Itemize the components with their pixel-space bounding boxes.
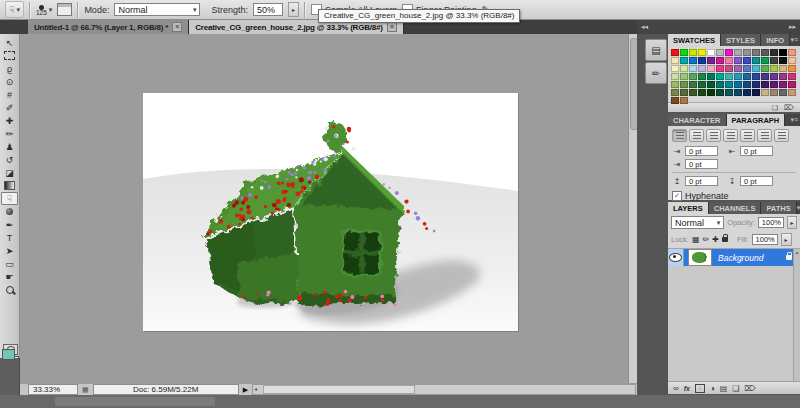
pen-tool[interactable]: ✒: [1, 218, 18, 231]
color-swatch[interactable]: [689, 73, 697, 80]
color-swatch[interactable]: [752, 57, 760, 64]
color-swatch[interactable]: [788, 89, 796, 96]
color-swatch[interactable]: [725, 49, 733, 56]
color-swatch[interactable]: [788, 65, 796, 72]
scrollbar-thumb[interactable]: [263, 385, 415, 394]
color-swatch[interactable]: [689, 49, 697, 56]
layer-style-icon[interactable]: fx: [684, 385, 690, 392]
tab-paragraph[interactable]: PARAGRAPH: [727, 114, 786, 126]
color-swatch[interactable]: [707, 89, 715, 96]
color-swatch[interactable]: [770, 73, 778, 80]
strength-slider-button[interactable]: ▸: [288, 2, 299, 17]
color-swatch[interactable]: [788, 49, 796, 56]
lock-position-icon[interactable]: ✚: [712, 235, 719, 244]
color-swatch[interactable]: [716, 73, 724, 80]
smudge-tool-preset-button[interactable]: ☟ ▾: [5, 1, 24, 18]
color-swatch[interactable]: [680, 49, 688, 56]
color-swatch[interactable]: [752, 81, 760, 88]
color-swatch[interactable]: [761, 65, 769, 72]
color-swatch[interactable]: [671, 49, 679, 56]
lock-all-icon[interactable]: [722, 237, 728, 242]
new-layer-icon[interactable]: ❏: [732, 384, 739, 393]
color-swatch[interactable]: [788, 57, 796, 64]
color-swatch[interactable]: [779, 73, 787, 80]
color-swatch[interactable]: [698, 89, 706, 96]
panel-menu-icon[interactable]: ▾≡: [790, 34, 800, 46]
color-swatch[interactable]: [779, 57, 787, 64]
history-brush-tool[interactable]: ↺: [1, 153, 18, 166]
lock-pixels-icon[interactable]: ✏: [703, 235, 710, 244]
layer-thumbnail[interactable]: [688, 249, 712, 266]
color-swatch[interactable]: [680, 97, 688, 104]
indent-right-field[interactable]: 0 pt: [740, 146, 773, 156]
quick-selection-tool[interactable]: ⊙: [1, 75, 18, 88]
color-swatch[interactable]: [716, 81, 724, 88]
lasso-tool[interactable]: ϱ: [1, 62, 18, 75]
foreground-color-swatch[interactable]: [2, 349, 15, 360]
justify-last-right-button[interactable]: [757, 129, 772, 142]
tab-swatches[interactable]: SWATCHES: [668, 34, 721, 46]
color-swatch[interactable]: [770, 89, 778, 96]
color-swatch[interactable]: [761, 89, 769, 96]
color-swatch[interactable]: [680, 81, 688, 88]
color-swatch[interactable]: [752, 65, 760, 72]
new-swatch-icon[interactable]: ❏: [772, 104, 778, 112]
align-left-button[interactable]: [672, 129, 687, 142]
status-menu-arrow-icon[interactable]: ▶: [243, 386, 248, 394]
zoom-tool[interactable]: [1, 283, 18, 296]
tab-character[interactable]: CHARACTER: [668, 114, 727, 126]
color-swatch[interactable]: [770, 81, 778, 88]
shape-tool[interactable]: ▭: [1, 257, 18, 270]
color-swatch[interactable]: [707, 57, 715, 64]
justify-last-center-button[interactable]: [740, 129, 755, 142]
document-image[interactable]: [143, 93, 518, 331]
color-swatch[interactable]: [725, 57, 733, 64]
first-line-indent-field[interactable]: 0 pt: [685, 159, 718, 169]
space-after-field[interactable]: 0 pt: [740, 176, 773, 186]
color-swatch[interactable]: [680, 73, 688, 80]
color-swatch[interactable]: [770, 57, 778, 64]
color-swatch[interactable]: [707, 81, 715, 88]
color-swatch[interactable]: [779, 81, 787, 88]
document-tab-untitled[interactable]: Untitled-1 @ 66.7% (Layer 1, RGB/8) * ×: [28, 20, 189, 34]
tab-layers[interactable]: LAYERS: [668, 202, 709, 214]
strength-input[interactable]: 50%: [253, 3, 283, 16]
color-swatch[interactable]: [680, 89, 688, 96]
color-swatch[interactable]: [725, 81, 733, 88]
fill-slider-button[interactable]: ▸: [781, 233, 792, 246]
color-swatch[interactable]: [734, 81, 742, 88]
color-swatch[interactable]: [734, 57, 742, 64]
color-swatch[interactable]: [707, 65, 715, 72]
color-swatch[interactable]: [707, 49, 715, 56]
color-swatch[interactable]: [716, 57, 724, 64]
blend-mode-select[interactable]: Normal ▾: [671, 216, 724, 229]
collapsed-brushes-panel-icon[interactable]: ✏: [645, 62, 667, 84]
color-swatch[interactable]: [689, 57, 697, 64]
align-right-button[interactable]: [706, 129, 721, 142]
color-swatch[interactable]: [734, 73, 742, 80]
layer-row-background[interactable]: Background: [668, 249, 800, 266]
color-swatch[interactable]: [671, 65, 679, 72]
color-swatch[interactable]: [743, 65, 751, 72]
move-tool[interactable]: ↖: [1, 36, 18, 49]
color-swatch[interactable]: [788, 81, 796, 88]
lock-transparency-icon[interactable]: ▦: [692, 235, 700, 244]
tab-info[interactable]: INFO: [761, 34, 790, 46]
color-swatch[interactable]: [698, 49, 706, 56]
clone-stamp-tool[interactable]: ♟: [1, 140, 18, 153]
brush-tool[interactable]: ✏: [1, 127, 18, 140]
color-swatch[interactable]: [689, 89, 697, 96]
eraser-tool[interactable]: ◪: [1, 166, 18, 179]
color-swatch[interactable]: [761, 73, 769, 80]
indent-left-field[interactable]: 0 pt: [685, 146, 718, 156]
color-swatch[interactable]: [770, 65, 778, 72]
toggle-brushes-panel-button[interactable]: [57, 3, 72, 16]
layer-group-icon[interactable]: ▤: [720, 384, 728, 393]
color-swatch[interactable]: [743, 89, 751, 96]
color-swatch[interactable]: [680, 57, 688, 64]
color-swatch[interactable]: [698, 65, 706, 72]
color-swatch[interactable]: [716, 89, 724, 96]
color-swatch[interactable]: [752, 73, 760, 80]
align-center-button[interactable]: [689, 129, 704, 142]
collapse-dock-icon[interactable]: ◂◂: [641, 23, 648, 31]
